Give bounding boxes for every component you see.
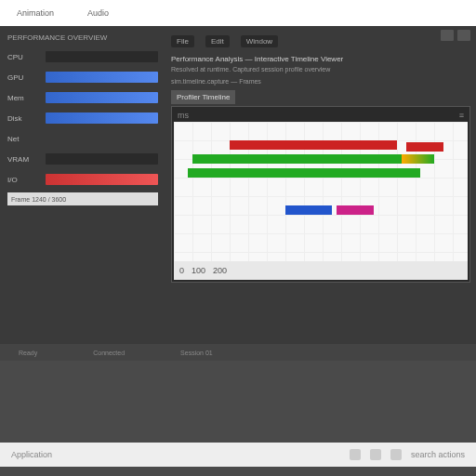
bar-physics[interactable]: [192, 154, 434, 164]
metric-bar: [46, 92, 158, 103]
metric-bar: [46, 174, 158, 185]
metric-bar: [46, 72, 158, 83]
status-session: Session 01: [180, 350, 213, 356]
metric-bar: [46, 51, 158, 62]
metric-bar: [46, 112, 158, 124]
metric-label: GPU: [7, 73, 40, 82]
bar-audio[interactable]: [285, 205, 332, 215]
timeline-chart[interactable]: [174, 122, 468, 261]
top-tabs: Animation Audio: [0, 0, 476, 26]
tab-animation[interactable]: Animation: [9, 5, 61, 21]
sidebar-row-mem[interactable]: Mem: [7, 90, 158, 105]
sidebar-row-cpu[interactable]: CPU: [7, 49, 158, 64]
content-toolbar: File Edit Window: [171, 32, 470, 51]
y-axis-label: ms: [178, 111, 189, 120]
chart-window: ms ≡ 0 100 200: [171, 106, 470, 283]
metric-label: Net: [7, 135, 40, 143]
content-panel: File Edit Window Performance Analysis — …: [165, 26, 476, 361]
metric-bar: [46, 153, 158, 165]
sidebar-row-vram[interactable]: VRAM: [7, 152, 158, 166]
folder-icon[interactable]: [390, 449, 402, 460]
maximize-icon[interactable]: [457, 30, 470, 41]
chart-footer: 0 100 200: [174, 261, 468, 280]
chart-title: Profiler Timeline: [171, 90, 235, 104]
bar-update[interactable]: [188, 168, 420, 178]
sidebar-row-i/o[interactable]: I/O: [7, 172, 158, 187]
minimize-icon[interactable]: [441, 30, 454, 41]
edit-button[interactable]: Edit: [205, 35, 230, 47]
tab-audio[interactable]: Audio: [80, 5, 116, 21]
file-button[interactable]: File: [171, 35, 194, 47]
bottom-bar: Application search actions: [0, 443, 476, 467]
main-area: PERFORMANCE OVERVIEW CPUGPUMemDiskNetVRA…: [0, 26, 476, 361]
bar-spike[interactable]: [406, 142, 443, 152]
description-line-3: sim.timeline.capture — Frames: [171, 78, 470, 85]
chart-menu-icon[interactable]: ≡: [459, 111, 464, 120]
app-label: Application: [11, 450, 52, 459]
doc-icon[interactable]: [350, 449, 361, 460]
window-button[interactable]: Window: [241, 35, 278, 47]
status-bar: Ready Connected Session 01: [0, 344, 476, 361]
description-line-2: Resolved at runtime. Captured session pr…: [171, 66, 470, 73]
status-connected: Connected: [93, 350, 125, 356]
search-hint[interactable]: search actions: [411, 450, 465, 459]
tick-100: 100: [192, 266, 205, 275]
description-line-1: Performance Analysis — Interactive Timel…: [171, 55, 470, 63]
tick-0: 0: [179, 266, 184, 275]
status-ready: Ready: [19, 350, 37, 356]
window-controls: [441, 30, 470, 41]
metric-label: Mem: [7, 94, 40, 102]
metric-label: Disk: [7, 114, 40, 123]
sidebar-header: PERFORMANCE OVERVIEW: [7, 33, 158, 42]
bar-render[interactable]: [230, 140, 397, 150]
sidebar: PERFORMANCE OVERVIEW CPUGPUMemDiskNetVRA…: [0, 26, 165, 361]
tick-200: 200: [213, 266, 227, 275]
sidebar-row-net[interactable]: Net: [7, 131, 158, 146]
sidebar-row-gpu[interactable]: GPU: [7, 70, 158, 85]
metric-label: I/O: [7, 176, 40, 184]
sidebar-row-disk[interactable]: Disk: [7, 111, 158, 126]
metric-bar: [46, 133, 158, 144]
metric-label: CPU: [7, 53, 40, 61]
bar-gc[interactable]: [337, 205, 374, 215]
chart-header: ms ≡: [174, 109, 468, 122]
frame-readout: Frame 1240 / 3600: [7, 192, 158, 205]
copy-icon[interactable]: [370, 449, 381, 460]
bar-overlap[interactable]: [402, 154, 434, 164]
metric-label: VRAM: [7, 155, 40, 164]
